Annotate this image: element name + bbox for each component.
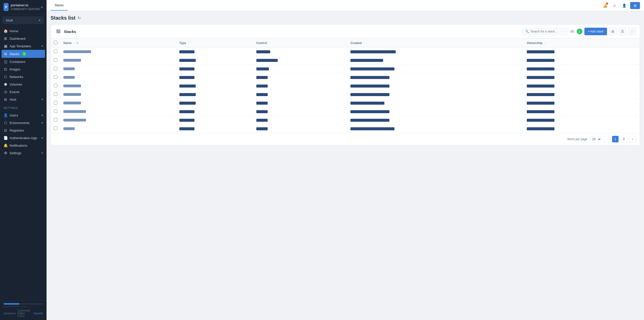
refresh-icon[interactable]: ↻ [77,16,81,20]
next-page-button[interactable]: › [629,136,636,142]
search-box[interactable]: 🔍 [522,28,568,34]
sort-type-icon[interactable]: ↑ [188,42,189,45]
stacks-table-wrap: Name ↓ ▽ Type ↑ Control [51,38,640,133]
row-control [253,90,348,99]
user-menu-button[interactable]: ▤ [630,2,640,9]
environment-selector[interactable]: local × [3,16,44,24]
collapse-sidebar-button[interactable]: « [41,5,43,9]
filter-name-icon[interactable]: ▽ [76,42,78,45]
sidebar-item-label: Authentication logs [10,136,37,140]
tab-stacks[interactable]: Stacks [51,1,68,11]
row-checkbox[interactable] [54,50,57,53]
row-name[interactable] [60,107,176,116]
sidebar-item-label: Users [10,113,18,117]
view-toggle-grid-button[interactable]: ⊞ [609,28,617,35]
environment-name: local [6,18,13,22]
sidebar-item-notifications[interactable]: 🔔 Notifications [0,142,47,149]
sidebar-item-dashboard[interactable]: ⊞ Dashboard [0,35,47,42]
user-icon-button[interactable]: 👤 [621,2,628,9]
row-checkbox-cell[interactable] [51,99,60,107]
per-page-select[interactable]: 10 25 50 [589,136,601,142]
row-name[interactable] [60,48,176,56]
sidebar-item-containers[interactable]: ◫ Containers [0,58,47,65]
sidebar-item-home[interactable]: 🏠 Home [0,27,47,35]
environment-close-icon[interactable]: × [38,18,41,22]
warning-icon-button[interactable]: ⚠ [611,2,618,9]
row-name[interactable] [60,56,176,65]
prev-page-button[interactable]: ‹ [603,136,610,142]
row-name[interactable] [60,125,176,133]
row-checkbox[interactable] [54,84,57,87]
sidebar-item-images[interactable]: ⊡ Images [0,65,47,73]
row-created [347,125,524,133]
row-ownership [524,82,640,90]
select-all-header[interactable] [51,38,60,48]
sidebar-item-environments[interactable]: ⬡ Environments ▾ [0,119,47,127]
sort-ownership-icon[interactable]: ↑ [544,42,546,45]
row-name[interactable] [60,116,176,125]
sidebar-item-label: Networks [10,75,23,79]
sidebar-item-stacks[interactable]: ⧉ Stacks 1 [2,50,45,58]
table-row [51,48,640,56]
table-row [51,116,640,125]
sidebar-item-auth-logs[interactable]: 📄 Authentication logs ▾ [0,134,47,142]
row-checkbox-cell[interactable] [51,116,60,125]
row-checkbox[interactable] [54,109,57,113]
row-checkbox-cell[interactable] [51,90,60,99]
sidebar-item-volumes[interactable]: ⬢ Volumes [0,81,47,88]
row-type [176,107,253,116]
sidebar-item-networks[interactable]: ⬡ Networks [0,73,47,81]
row-checkbox[interactable] [54,58,57,62]
row-checkbox-cell[interactable] [51,48,60,56]
dashboard-icon: ⊞ [4,36,8,41]
sidebar-item-users[interactable]: 👤 Users ▾ [0,111,47,119]
row-created [347,82,524,90]
version-number: Community Edition 2.18.2 [17,309,32,317]
page-1-button[interactable]: 1 [612,136,619,142]
row-checkbox[interactable] [54,92,57,96]
row-checkbox-cell[interactable] [51,56,60,65]
row-name[interactable] [60,73,176,82]
row-checkbox-cell[interactable] [51,73,60,82]
sidebar-item-host[interactable]: ⊟ Host ▾ [0,96,47,103]
row-name[interactable] [60,65,176,73]
col-created: Created ↑ [347,38,524,48]
row-name[interactable] [60,99,176,107]
environments-icon: ⬡ [4,121,8,125]
upgrade-link[interactable]: Upgrade [33,312,43,315]
svg-rect-1 [56,31,60,32]
row-type [176,116,253,125]
table-row [51,82,640,90]
sidebar-item-app-templates[interactable]: ▦ App Templates ▾ [0,42,47,50]
sort-created-icon[interactable]: ↑ [364,42,365,45]
row-name[interactable] [60,90,176,99]
row-checkbox[interactable] [54,75,57,79]
row-checkbox-cell[interactable] [51,65,60,73]
row-checkbox-cell[interactable] [51,125,60,133]
events-icon: ◷ [4,90,8,94]
sidebar-item-registries[interactable]: ⊡ Registries [0,127,47,134]
row-checkbox[interactable] [54,67,57,70]
table-row [51,73,640,82]
containers-icon: ◫ [4,60,8,64]
sidebar-item-events[interactable]: ◷ Events [0,88,47,96]
row-name[interactable] [60,82,176,90]
row-checkbox[interactable] [54,127,57,130]
bell-icon-button[interactable]: 🔔 [601,2,609,9]
card-title-area: Stacks [55,28,76,35]
view-toggle-list-button[interactable]: ☰ [619,28,626,35]
more-options-button[interactable]: ⋮ [628,28,636,35]
search-input[interactable] [531,30,565,33]
select-all-checkbox[interactable] [54,41,57,44]
row-checkbox-cell[interactable] [51,82,60,90]
sort-name-icon[interactable]: ↓ [73,42,75,45]
row-checkbox[interactable] [54,101,57,104]
page-2-button[interactable]: 2 [621,136,627,142]
row-checkbox-cell[interactable] [51,107,60,116]
svg-rect-0 [56,30,60,30]
add-stack-button[interactable]: + Add stack [584,28,607,35]
sidebar-item-settings[interactable]: ⚙ Settings ▾ [0,149,47,157]
row-created [347,48,524,56]
sidebar-item-label: Environments [10,121,29,125]
row-checkbox[interactable] [54,118,57,122]
